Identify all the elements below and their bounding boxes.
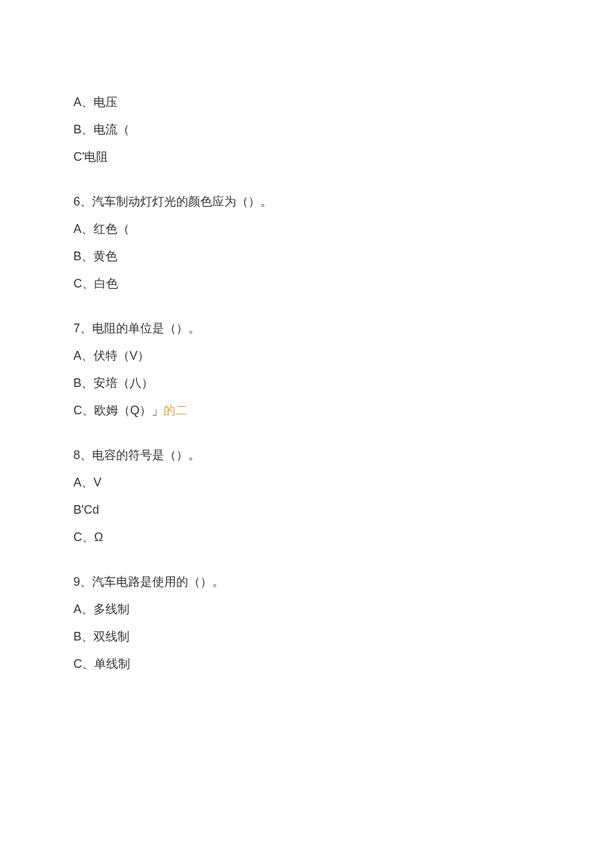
q6-option-a: A、红色（: [73, 220, 541, 238]
q7-option-c-highlight: 的二: [164, 404, 188, 417]
q9-stem: 9、汽车电路是使用的（）。: [73, 573, 541, 591]
q7-option-b: B、安培（八）: [73, 374, 541, 392]
q8-option-a: A、V: [73, 474, 541, 492]
q6-option-c: C、白色: [73, 275, 541, 293]
q7-option-c: C、欧姆（Q）」的二: [73, 402, 541, 420]
q6-stem: 6、汽车制动灯灯光的颜色应为（）。: [73, 193, 541, 211]
q9-option-c: C、单线制: [73, 655, 541, 673]
q7-option-c-prefix: C、欧姆（Q）」: [73, 404, 164, 417]
q8-stem: 8、电容的符号是（）。: [73, 446, 541, 464]
document-page: A、电压 B、电流（ C'电阻 6、汽车制动灯灯光的颜色应为（）。 A、红色（ …: [0, 0, 614, 749]
q9-option-a: A、多线制: [73, 600, 541, 618]
q7-stem: 7、电阻的单位是（）。: [73, 320, 541, 338]
q8-option-b: B'Cd: [73, 501, 541, 519]
q5-option-b: B、电流（: [73, 121, 541, 139]
q6-option-b: B、黄色: [73, 248, 541, 266]
q5-option-c: C'电阻: [73, 148, 541, 166]
q7-option-a: A、伏特（V）: [73, 347, 541, 365]
q5-option-a: A、电压: [73, 93, 541, 111]
q8-option-c: C、Ω: [73, 528, 541, 546]
q9-option-b: B、双线制: [73, 628, 541, 646]
